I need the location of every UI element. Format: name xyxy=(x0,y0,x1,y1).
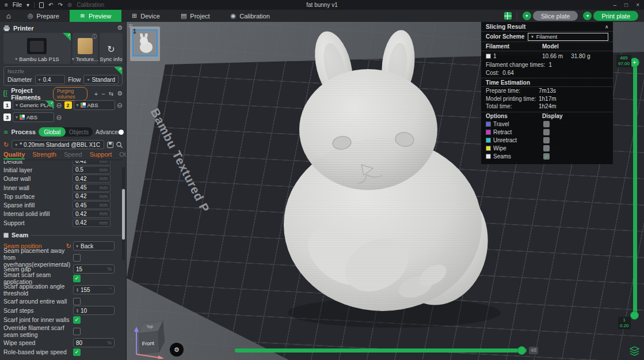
tab-calibration[interactable]: ◉ Calibration xyxy=(220,10,280,22)
value-input[interactable]: 0.42mm xyxy=(73,210,110,218)
file-menu[interactable]: File xyxy=(13,2,22,8)
value-input[interactable]: 0.42mm xyxy=(73,175,110,183)
tab-project[interactable]: ▤ Project xyxy=(170,10,220,22)
new-project-icon[interactable] xyxy=(39,2,44,8)
filament-index-badge: 2 xyxy=(64,101,72,109)
tab-preview[interactable]: ≋ Preview xyxy=(70,10,121,22)
plate-type-card[interactable]: ⓘ ▾Texture... xyxy=(73,33,98,64)
filament-2-select[interactable]: ▾ ABS xyxy=(74,100,115,110)
scope-global[interactable]: Global xyxy=(39,127,66,137)
print-plate-button[interactable]: Print plate xyxy=(593,11,638,21)
remove-circle-icon[interactable]: ⊖ xyxy=(56,113,62,122)
search-icon[interactable] xyxy=(116,142,123,148)
main-nav-bar: ⌂ ◎ Prepare ≋ Preview ⊞ Device ▤ Project… xyxy=(0,10,644,22)
sync-icon: ↻ xyxy=(107,44,115,55)
collapse-panel-icon[interactable]: ∧ xyxy=(605,24,608,29)
scarf-steps-spinner[interactable]: ▲▼10 xyxy=(73,306,115,315)
plate-grid-icon[interactable] xyxy=(504,12,512,20)
layer-slider-bottom-handle[interactable] xyxy=(630,311,639,320)
filament-sync-icon[interactable]: ⇆ xyxy=(109,90,113,97)
value-input[interactable]: 0.42mm xyxy=(73,219,110,227)
tab-quality[interactable]: Quality xyxy=(3,151,25,160)
scope-objects[interactable]: Objects xyxy=(66,129,89,135)
chevron-down-icon[interactable]: ▾ xyxy=(26,2,29,8)
travel-color-swatch xyxy=(486,122,491,127)
save-preset-icon[interactable] xyxy=(107,142,113,148)
travel-display-checkbox[interactable] xyxy=(543,121,550,127)
printer-model-card[interactable]: ▾Bambu Lab P1S xyxy=(3,33,71,64)
value-input[interactable]: 0.5mm xyxy=(73,166,110,174)
tab-prepare[interactable]: ◎ Prepare xyxy=(17,10,70,22)
nozzle-diameter-select[interactable]: ▾0.4 xyxy=(35,75,66,84)
scope-toggle[interactable]: Global Objects xyxy=(39,127,93,137)
smart-scarf-checkbox[interactable]: ✓ xyxy=(73,275,81,282)
scrollbar-thumb[interactable] xyxy=(122,189,125,240)
printer-image xyxy=(27,38,47,54)
seam-gap-input[interactable]: 15% xyxy=(73,264,115,274)
tab-device[interactable]: ⊞ Device xyxy=(121,10,170,22)
scarf-inner-checkbox[interactable]: ✓ xyxy=(73,316,81,324)
tab-support[interactable]: Support xyxy=(90,151,112,160)
seam-position-select[interactable]: ▾Back xyxy=(73,241,115,251)
color-scheme-select[interactable]: ▾Filament xyxy=(528,33,608,41)
print-plate-group: ▾ Print plate xyxy=(583,11,638,21)
process-preset-select[interactable]: ▾* 0.20mm Standard @BBL X1C xyxy=(12,140,104,149)
slice-options-chevron[interactable]: ▾ xyxy=(523,12,531,20)
remove-circle-icon[interactable]: ⊖ xyxy=(56,101,62,109)
retract-display-checkbox[interactable] xyxy=(543,129,550,135)
role-wipe-checkbox[interactable]: ✓ xyxy=(73,348,81,356)
slice-plate-button[interactable]: Slice plate xyxy=(533,11,578,21)
info-icon[interactable]: ⓘ xyxy=(92,33,97,40)
tab-speed[interactable]: Speed xyxy=(64,151,82,160)
value-input[interactable]: 0.45mm xyxy=(73,184,110,192)
value-input[interactable]: 0.45mm xyxy=(73,201,110,209)
hamburger-menu-icon[interactable]: ≡ xyxy=(5,2,8,8)
override-scarf-checkbox[interactable] xyxy=(73,328,81,335)
wipe-speed-input[interactable]: 80% xyxy=(73,338,115,347)
home-tab[interactable]: ⌂ xyxy=(0,10,17,22)
slicing-result-title: Slicing Result xyxy=(486,23,525,30)
home-icon: ⌂ xyxy=(6,12,11,20)
multicolor-filament-icon xyxy=(81,103,86,108)
close-button[interactable]: × xyxy=(636,2,639,8)
value-input[interactable]: 0.42mm xyxy=(73,192,110,200)
seam-placement-checkbox[interactable] xyxy=(73,254,81,262)
purging-volumes-button[interactable]: Purging volumes xyxy=(53,87,87,101)
restore-button[interactable]: □ xyxy=(624,2,628,8)
minimize-button[interactable]: – xyxy=(613,2,617,8)
sync-info-card[interactable]: ↻ Sync info xyxy=(100,33,123,64)
wipe-display-checkbox[interactable] xyxy=(543,145,550,151)
unretract-display-checkbox[interactable] xyxy=(543,137,550,143)
plate-thumbnail[interactable]: 1 xyxy=(130,26,160,61)
check-corner-icon xyxy=(63,33,71,41)
printer-settings-gear-icon[interactable]: ⚙ xyxy=(117,24,123,32)
layers-view-icon[interactable] xyxy=(630,346,639,356)
flow-label: Flow xyxy=(68,76,81,83)
value-input[interactable]: 0.42mm xyxy=(73,161,110,165)
filament-3-select[interactable]: ▾ ABS xyxy=(13,112,54,122)
step-slider-handle[interactable] xyxy=(517,346,526,355)
add-filament-icon[interactable]: + xyxy=(94,90,98,97)
filament-usage-row: 1 10.66 m 31.80 g xyxy=(481,51,613,60)
scene-capture-button[interactable]: ⚙ xyxy=(170,343,184,357)
tab-strength[interactable]: Strength xyxy=(32,151,56,160)
scarf-inner-row: Scarf joint for inner walls ✓ xyxy=(3,315,123,324)
seams-display-checkbox[interactable]: ✓ xyxy=(543,153,550,160)
flow-select[interactable]: ▾Standard xyxy=(83,75,119,84)
section-collapse-icon[interactable] xyxy=(3,233,9,238)
scarf-angle-spinner[interactable]: ▲▼155° xyxy=(73,285,115,294)
3d-viewport[interactable]: Bambu Textured P xyxy=(127,22,644,360)
undo-icon[interactable]: ↶ xyxy=(48,2,53,8)
redo-icon[interactable]: ↷ xyxy=(58,2,62,8)
step-slider-track[interactable] xyxy=(235,348,527,353)
scarf-around-checkbox[interactable] xyxy=(73,298,81,305)
layer-slider-track[interactable] xyxy=(633,62,637,316)
print-options-chevron[interactable]: ▾ xyxy=(583,12,592,20)
filament-settings-gear-icon[interactable]: ⚙ xyxy=(117,90,123,97)
sidebar-scrollbar[interactable] xyxy=(122,167,125,260)
filament-1-select[interactable]: ▾Generic PLA xyxy=(13,100,54,110)
tab-others[interactable]: Others xyxy=(119,151,127,160)
remove-filament-icon[interactable]: − xyxy=(101,90,105,97)
remove-circle-icon[interactable]: ⊖ xyxy=(117,101,123,109)
reset-preset-icon[interactable]: ↻ xyxy=(3,141,9,149)
